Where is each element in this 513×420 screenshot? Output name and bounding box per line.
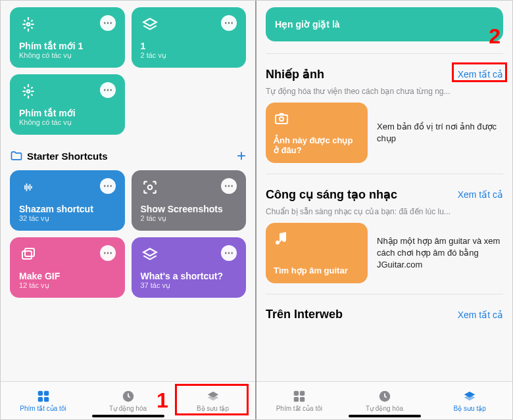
- svg-rect-30: [37, 397, 42, 402]
- clock-icon: [121, 389, 135, 404]
- section-subtitle: Tự động hóa thư viện theo cách bạn chưa …: [266, 87, 503, 96]
- svg-line-7: [24, 27, 26, 28]
- tile-title: Tìm hợp âm guitar: [274, 266, 360, 275]
- annotation-number: 1: [157, 388, 168, 413]
- svg-point-9: [27, 90, 30, 93]
- content-area: Hẹn giờ giặt là Nhiếp ảnh Xem tất cả Tự …: [256, 1, 512, 381]
- tab-label: Tự động hóa: [109, 405, 147, 412]
- svg-line-14: [24, 87, 26, 89]
- section-subtitle: Chuẩn bị sẵn sàng nhạc cụ của bạn: đã đế…: [266, 207, 503, 216]
- section-title: Công cụ sáng tạo nhạc: [266, 187, 397, 202]
- photos-icon: [19, 245, 37, 264]
- annotation-number: 2: [489, 24, 501, 49]
- see-all-link[interactable]: Xem tất cả: [458, 189, 503, 200]
- more-icon[interactable]: ⋯: [100, 15, 116, 31]
- tile-description: Xem bản đồ vị trí nơi ảnh được chụp: [377, 121, 503, 145]
- svg-rect-33: [276, 115, 287, 124]
- home-indicator: [92, 415, 164, 417]
- tab-label: Tự động hóa: [366, 405, 403, 412]
- more-icon[interactable]: ⋯: [221, 245, 237, 261]
- clock-icon: [378, 389, 392, 404]
- add-button[interactable]: +: [237, 147, 246, 165]
- tile-title: What's a shortcut?: [141, 271, 237, 281]
- svg-rect-35: [294, 391, 299, 396]
- svg-line-16: [24, 94, 26, 95]
- tile-subtitle: Không có tác vụ: [19, 51, 116, 60]
- see-all-link[interactable]: Xem tất cả: [458, 310, 503, 320]
- more-icon[interactable]: ⋯: [221, 178, 237, 194]
- tile-subtitle: 2 tác vụ: [141, 214, 237, 223]
- music-note-icon: [274, 231, 289, 246]
- section-title: Trên Interweb: [266, 308, 343, 321]
- sparkle-icon: [19, 15, 37, 34]
- svg-rect-31: [43, 397, 48, 402]
- svg-point-34: [280, 117, 283, 121]
- tile-title: Make GIF: [19, 271, 116, 281]
- svg-line-8: [31, 20, 32, 22]
- screen-gallery: Hẹn giờ giặt là Nhiếp ảnh Xem tất cả Tự …: [256, 1, 512, 419]
- more-icon[interactable]: ⋯: [221, 15, 237, 31]
- tile-subtitle: 2 tác vụ: [141, 51, 237, 60]
- screen-my-shortcuts: ⋯ Phím tắt mới 1 Không có tác vụ ⋯ 1 2 t…: [1, 1, 256, 419]
- content-area: ⋯ Phím tắt mới 1 Không có tác vụ ⋯ 1 2 t…: [1, 1, 255, 381]
- shortcut-tile-screenshots[interactable]: ⋯ Show Screenshots 2 tác vụ: [132, 170, 247, 231]
- waveform-icon: [19, 178, 37, 197]
- tab-label: Phím tắt của tôi: [276, 405, 322, 412]
- shortcut-tile-shazam[interactable]: ⋯ Shazam shortcut 32 tác vụ: [10, 170, 125, 231]
- shortcut-tile[interactable]: ⋯ Phím tắt mới Không có tác vụ: [10, 74, 125, 135]
- stack-icon: [141, 15, 159, 34]
- svg-line-17: [31, 87, 32, 89]
- more-icon[interactable]: ⋯: [100, 82, 116, 98]
- section-title: Starter Shortcuts: [27, 151, 108, 162]
- grid-icon: [292, 389, 306, 404]
- shortcut-tile[interactable]: ⋯ Phím tắt mới 1 Không có tác vụ: [10, 7, 125, 68]
- folder-icon: [10, 149, 23, 162]
- tile-title: Hẹn giờ giặt là: [275, 19, 340, 30]
- tile-description: Nhập một hợp âm guitar và xem cách chơi …: [377, 235, 503, 271]
- camera-icon: [274, 110, 289, 126]
- tab-my-shortcuts[interactable]: Phím tắt của tôi: [1, 382, 86, 419]
- annotation-box: [175, 384, 249, 415]
- tile-subtitle: 32 tác vụ: [19, 214, 116, 223]
- svg-line-6: [31, 27, 32, 28]
- section-title: Nhiếp ảnh: [266, 67, 324, 82]
- svg-point-25: [147, 185, 152, 190]
- tile-title: Phím tắt mới: [19, 108, 116, 118]
- more-icon[interactable]: ⋯: [100, 245, 116, 261]
- shortcut-tile-wherephoto[interactable]: Ảnh này được chụp ở đâu?: [266, 103, 368, 163]
- svg-rect-26: [22, 251, 32, 259]
- tile-title: Phím tắt mới 1: [19, 41, 116, 51]
- svg-rect-38: [300, 397, 305, 402]
- svg-rect-28: [37, 391, 42, 396]
- section-header: Starter Shortcuts +: [10, 141, 246, 170]
- more-icon[interactable]: ⋯: [100, 178, 116, 194]
- tab-bar: Phím tắt của tôi Tự động hóa Bộ sưu tập: [256, 381, 512, 419]
- svg-line-15: [31, 94, 32, 95]
- tab-label: Phím tắt của tôi: [20, 405, 66, 412]
- svg-point-0: [27, 23, 30, 26]
- shortcut-tile-timer[interactable]: Hẹn giờ giặt là: [266, 7, 503, 41]
- sparkle-icon: [19, 82, 37, 101]
- tile-subtitle: 37 tác vụ: [141, 281, 237, 290]
- camera-scan-icon: [141, 178, 159, 197]
- annotation-box: [452, 62, 507, 82]
- home-indicator: [349, 415, 421, 417]
- tab-label: Bộ sưu tập: [454, 405, 486, 412]
- svg-rect-37: [294, 397, 299, 402]
- tab-automation[interactable]: Tự động hóa: [342, 382, 428, 419]
- shortcut-tile-whatis[interactable]: ⋯ What's a shortcut? 37 tác vụ: [132, 237, 247, 298]
- tile-title: Show Screenshots: [141, 204, 237, 214]
- shortcut-tile-guitar[interactable]: Tìm hợp âm guitar: [266, 223, 368, 283]
- shortcut-tile[interactable]: ⋯ 1 2 tác vụ: [132, 7, 247, 68]
- grid-icon: [36, 389, 51, 404]
- tile-title: Shazam shortcut: [19, 204, 116, 214]
- svg-rect-29: [43, 391, 48, 396]
- tile-subtitle: Không có tác vụ: [19, 118, 116, 127]
- shortcut-tile-makegif[interactable]: ⋯ Make GIF 12 tác vụ: [10, 237, 125, 298]
- tile-title: Ảnh này được chụp ở đâu?: [274, 135, 360, 155]
- tile-title: 1: [141, 41, 237, 51]
- svg-rect-36: [300, 391, 305, 396]
- svg-rect-27: [25, 248, 34, 256]
- tab-gallery[interactable]: Bộ sưu tập: [427, 382, 512, 419]
- tab-my-shortcuts[interactable]: Phím tắt của tôi: [256, 382, 342, 419]
